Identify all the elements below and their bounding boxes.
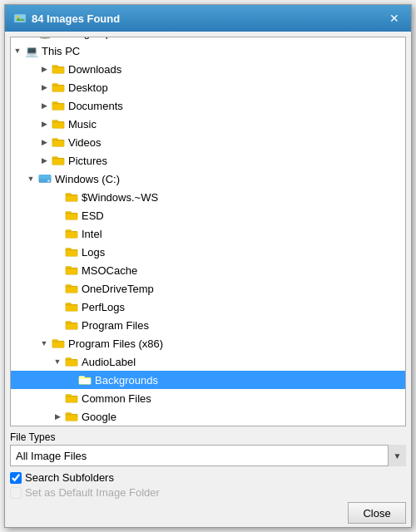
- folder-icon: [64, 228, 79, 239]
- tree-item[interactable]: OneDriveTemp: [11, 279, 405, 298]
- title-bar-left: 84 Images Found: [13, 12, 120, 25]
- folder-icon: [77, 374, 92, 386]
- tree-item[interactable]: MSOCache: [11, 261, 405, 279]
- tree-item[interactable]: Logs: [11, 243, 405, 261]
- tree-item-label: Videos: [68, 136, 102, 149]
- images-icon: [13, 12, 27, 25]
- folder-icon: [64, 301, 79, 313]
- folder-icon: [64, 264, 79, 276]
- folder-icon: [64, 392, 79, 404]
- tree-item[interactable]: Backgrounds: [11, 371, 405, 389]
- folder-tree[interactable]: ▶☁OneDrive▶🖥Control Panel▶🏠Homegroup▼💻Th…: [10, 37, 406, 426]
- folder-icon: 💻: [24, 45, 39, 57]
- folder-icon: [51, 81, 66, 93]
- tree-expander[interactable]: ▼: [51, 355, 64, 368]
- svg-rect-17: [66, 286, 77, 287]
- tree-expander[interactable]: ▼: [37, 337, 51, 350]
- tree-item[interactable]: ▶ Downloads: [11, 60, 405, 78]
- tree-item[interactable]: ▼Windows (C:): [11, 170, 405, 188]
- svg-rect-4: [52, 85, 64, 86]
- svg-rect-8: [52, 158, 64, 159]
- tree-expander: [51, 300, 64, 313]
- tree-item-label: Homegroup: [55, 37, 111, 39]
- tree-item-label: MSOCache: [82, 264, 137, 277]
- tree-item-label: Music: [68, 118, 97, 131]
- tree-item-label: Google: [82, 411, 116, 423]
- title-bar-close-button[interactable]: ✕: [386, 10, 403, 27]
- tree-item[interactable]: Intel: [11, 224, 405, 243]
- tree-item-label: Logs: [82, 246, 105, 259]
- svg-rect-6: [52, 121, 64, 122]
- tree-expander[interactable]: ▶: [37, 62, 51, 76]
- tree-item[interactable]: ▼ AudioLabel: [11, 352, 405, 371]
- tree-expander[interactable]: ▶: [24, 37, 37, 39]
- tree-item[interactable]: Program Files: [11, 316, 405, 334]
- file-types-select[interactable]: All Image Files: [10, 445, 406, 466]
- tree-expander[interactable]: ▶: [37, 99, 51, 112]
- tree-item-label: Intel: [82, 228, 102, 240]
- svg-point-2: [17, 16, 19, 18]
- tree-item[interactable]: $Windows.~WS: [11, 188, 405, 206]
- tree-item-label: Windows (C:): [55, 173, 120, 185]
- set-default-label: Set as Default Image Folder: [25, 486, 160, 499]
- tree-expander[interactable]: ▼: [24, 172, 37, 185]
- tree-expander[interactable]: ▼: [11, 44, 24, 57]
- svg-rect-7: [52, 140, 64, 140]
- tree-item[interactable]: Common Files: [11, 389, 405, 407]
- folder-icon: [51, 63, 66, 75]
- search-subfolders-row: Search Subfolders: [10, 471, 406, 484]
- tree-expander: [64, 373, 77, 387]
- tree-item[interactable]: ▶ Pictures: [11, 151, 405, 170]
- tree-item-label: Program Files: [82, 319, 149, 332]
- folder-icon: [51, 155, 66, 166]
- folder-icon: [64, 411, 79, 422]
- tree-expander: [51, 392, 64, 405]
- folder-icon: 🏠: [37, 37, 52, 38]
- tree-item-label: AudioLabel: [82, 356, 136, 368]
- folder-icon: [64, 319, 79, 331]
- tree-item-label: This PC: [42, 45, 80, 57]
- tree-item[interactable]: PerfLogs: [11, 298, 405, 316]
- svg-rect-14: [66, 231, 77, 232]
- tree-item[interactable]: ▶ Google: [11, 407, 405, 426]
- svg-rect-12: [66, 195, 77, 195]
- folder-icon: [37, 173, 52, 185]
- folder-icon: [64, 209, 79, 221]
- dialog-window: 84 Images Found ✕ ▶☁OneDrive▶🖥Control Pa…: [4, 4, 412, 528]
- tree-item-label: Pictures: [68, 155, 107, 167]
- folder-icon: [51, 337, 66, 349]
- folder-icon: [51, 136, 66, 148]
- tree-item[interactable]: ▼💻This PC: [11, 42, 405, 60]
- svg-rect-15: [66, 249, 77, 250]
- svg-rect-19: [66, 323, 77, 323]
- tree-item[interactable]: ▼ Program Files (x86): [11, 334, 405, 352]
- svg-rect-24: [66, 414, 77, 415]
- bottom-panel: File Types All Image Files ▼ Search Subf…: [5, 426, 411, 527]
- tree-expander[interactable]: ▶: [37, 117, 51, 131]
- svg-rect-16: [66, 268, 77, 268]
- tree-item-label: Downloads: [68, 63, 121, 76]
- svg-rect-10: [39, 175, 51, 179]
- search-subfolders-label[interactable]: Search Subfolders: [25, 471, 114, 484]
- tree-item-label: PerfLogs: [82, 301, 125, 313]
- tree-expander[interactable]: ▶: [37, 154, 51, 167]
- file-types-select-wrapper[interactable]: All Image Files ▼: [10, 445, 406, 466]
- svg-rect-23: [66, 396, 77, 397]
- search-subfolders-checkbox[interactable]: [10, 472, 22, 484]
- tree-expander[interactable]: ▶: [37, 81, 51, 94]
- close-dialog-button[interactable]: Close: [348, 502, 406, 524]
- tree-item[interactable]: ▶ Videos: [11, 133, 405, 151]
- tree-expander: [51, 209, 64, 222]
- tree-item[interactable]: ESD: [11, 206, 405, 224]
- set-default-row: Set as Default Image Folder: [10, 486, 406, 499]
- tree-item[interactable]: ▶ Music: [11, 115, 405, 133]
- tree-expander: [51, 190, 64, 204]
- tree-expander[interactable]: ▶: [51, 410, 64, 423]
- svg-rect-18: [66, 304, 77, 305]
- tree-item-label: Documents: [68, 100, 123, 112]
- tree-item[interactable]: ▶ Desktop: [11, 78, 405, 96]
- tree-item[interactable]: ▶ Documents: [11, 96, 405, 115]
- tree-item-label: $Windows.~WS: [82, 191, 158, 204]
- svg-point-11: [47, 180, 50, 182]
- tree-expander[interactable]: ▶: [37, 135, 51, 149]
